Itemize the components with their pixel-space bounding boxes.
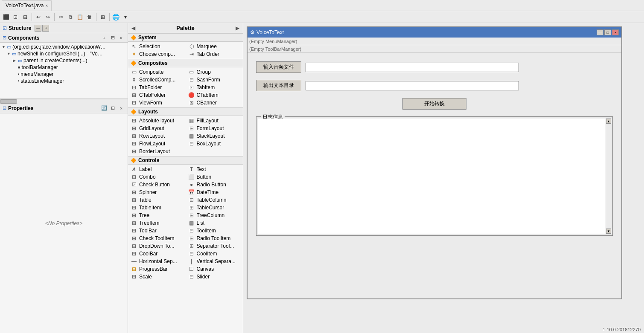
toolbar-btn-delete[interactable]: 🗑: [85, 12, 94, 22]
sim-minimize-btn[interactable]: —: [597, 29, 603, 35]
palette-scroll-area[interactable]: 🔶 System ↖ Selection ⬡ Marquee ✦ Choose …: [128, 33, 243, 333]
palette-nav-right[interactable]: ▶: [236, 25, 239, 31]
palette-item-tablecolumn[interactable]: ⊟ TableColumn: [186, 196, 243, 204]
palette-item-datetime[interactable]: 📅 DateTime: [186, 188, 243, 196]
palette-item-formlayout[interactable]: ⊟ FormLayout: [186, 125, 243, 132]
tree-item-newshell[interactable]: ▼ ▭ newShell in configureShell(...) - "V…: [0, 50, 128, 57]
palette-item-gridlayout[interactable]: ⊞ GridLayout: [128, 125, 186, 132]
palette-item-radio-button[interactable]: ● Radio Button: [186, 181, 243, 188]
palette-item-viewform[interactable]: ⊟ ViewForm: [128, 99, 186, 107]
expand-parent[interactable]: ▶: [13, 58, 18, 63]
palette-item-choose-comp[interactable]: ✦ Choose comp...: [128, 50, 186, 58]
palette-item-tabitem[interactable]: ⊡ TabItem: [186, 84, 243, 91]
globe-icon[interactable]: 🌐: [112, 12, 120, 22]
palette-item-check-toolitem[interactable]: ⊞ Check ToolItem: [128, 235, 186, 242]
palette-item-table[interactable]: ⊞ Table: [128, 196, 186, 204]
properties-close-btn[interactable]: ×: [117, 104, 125, 112]
tree-hscroll[interactable]: [0, 98, 128, 103]
palette-item-coolitem[interactable]: ⊟ CoolItem: [186, 250, 243, 258]
palette-item-text[interactable]: T Text: [186, 165, 243, 173]
palette-item-rowlayout[interactable]: ⊞ RowLayout: [128, 132, 186, 140]
palette-item-selection[interactable]: ↖ Selection: [128, 43, 186, 50]
expand-newshell[interactable]: ▼: [7, 52, 12, 56]
palette-item-v-separator[interactable]: | Vertical Separa...: [186, 258, 243, 265]
palette-section-layouts[interactable]: 🔶 Layouts: [128, 107, 243, 116]
palette-item-combo[interactable]: ⊟ Combo: [128, 173, 186, 181]
toolbar-btn-cut[interactable]: ✂: [57, 12, 65, 22]
palette-item-treecolumn[interactable]: ⊟ TreeColumn: [186, 211, 243, 219]
toolbar-btn-paste[interactable]: 📋: [76, 12, 84, 22]
palette-section-system[interactable]: 🔶 System: [128, 33, 243, 42]
palette-item-separator-toolitem[interactable]: ⊞ Separator Tool...: [186, 242, 243, 250]
toolbar-btn-redo[interactable]: ↪: [44, 12, 52, 22]
toolbar-btn-3[interactable]: ⊟: [20, 12, 29, 22]
palette-nav-left[interactable]: ◀: [131, 25, 135, 31]
sim-btn-convert[interactable]: 开始转换: [402, 98, 466, 110]
sim-close-btn[interactable]: ×: [612, 29, 619, 35]
palette-item-absolute[interactable]: ⊞ Absolute layout: [128, 117, 186, 125]
palette-item-slider[interactable]: ⊟ Slider: [186, 273, 243, 281]
tree-item-parent[interactable]: ▶ ▭ parent in createContents(...): [0, 57, 128, 64]
palette-item-canvas[interactable]: ☐ Canvas: [186, 265, 243, 273]
palette-item-spinner[interactable]: ⊞ Spinner: [128, 188, 186, 196]
palette-item-toolitem[interactable]: ⊟ ToolItem: [186, 227, 243, 235]
toolbar-btn-grid[interactable]: ⊞: [99, 12, 107, 22]
palette-item-group[interactable]: ▭ Group: [186, 68, 243, 76]
palette-item-button[interactable]: ⬜ Button: [186, 173, 243, 181]
expand-root[interactable]: ▼: [2, 45, 7, 49]
palette-item-tableitem[interactable]: ⊞ TableItem: [128, 204, 186, 211]
palette-item-tablecursor[interactable]: ⊞ TableCursor: [186, 204, 243, 211]
palette-item-composite[interactable]: ▭ Composite: [128, 68, 186, 76]
palette-item-coolbar[interactable]: ⊞ CoolBar: [128, 250, 186, 258]
palette-item-sashform[interactable]: ⊟ SashForm: [186, 76, 243, 84]
palette-item-list[interactable]: ▤ List: [186, 219, 243, 227]
components-close-btn[interactable]: ×: [117, 34, 125, 42]
tab-close-icon[interactable]: ×: [45, 3, 48, 8]
palette-item-progressbar[interactable]: ⊟ ProgressBar: [128, 265, 186, 273]
sim-scroll-up-btn[interactable]: ▲: [606, 119, 611, 124]
tree-item-root[interactable]: ▼ ▭ (org.eclipse.jface.window.Applicatio…: [0, 43, 128, 50]
palette-item-marquee[interactable]: ⬡ Marquee: [186, 43, 243, 50]
palette-item-treeitem[interactable]: ⊞ TreeItem: [128, 219, 186, 227]
toolbar-btn-undo[interactable]: ↩: [34, 12, 43, 22]
structure-expand-btn[interactable]: —: [35, 25, 41, 32]
toolbar-btn-dropdown[interactable]: ▾: [121, 12, 130, 22]
palette-item-scale[interactable]: ⊞ Scale: [128, 273, 186, 281]
palette-item-check-button[interactable]: ☑ Check Button: [128, 181, 186, 188]
toolbar-btn-copy[interactable]: ⧉: [66, 12, 75, 22]
palette-item-boxlayout[interactable]: ⊟ BoxLayout: [186, 140, 243, 148]
palette-section-controls[interactable]: 🔶 Controls: [128, 156, 243, 165]
palette-item-label[interactable]: A Label: [128, 165, 186, 173]
palette-item-dropdown-toolitem[interactable]: ⊟ DropDown To...: [128, 242, 186, 250]
palette-item-tabfolder[interactable]: ⊡ TabFolder: [128, 84, 186, 91]
palette-item-filllayout[interactable]: ▦ FillLayout: [186, 117, 243, 125]
tree-item-menu[interactable]: • menuManager: [0, 71, 128, 78]
sim-log-scrollbar[interactable]: ▲ ▼: [606, 119, 611, 234]
palette-item-radio-toolitem[interactable]: ⊟ Radio ToolItem: [186, 235, 243, 242]
palette-item-ctabitem[interactable]: 🔴 CTabItem: [186, 91, 243, 99]
properties-layout-btn[interactable]: ⊞: [109, 104, 117, 112]
palette-item-toolbar[interactable]: ⊞ ToolBar: [128, 227, 186, 235]
toolbar-btn-2[interactable]: ⊡: [11, 12, 20, 22]
components-layout-btn[interactable]: ⊞: [109, 34, 117, 42]
palette-item-tab-order[interactable]: ⇥ Tab Order: [186, 50, 243, 58]
palette-item-h-separator[interactable]: — Horizontal Sep...: [128, 258, 186, 265]
sim-input-output[interactable]: [306, 81, 519, 90]
file-tab[interactable]: VoiceToText.java ×: [2, 0, 52, 11]
sim-input-audio[interactable]: [306, 63, 519, 72]
sim-btn-input[interactable]: 输入音频文件: [256, 61, 301, 73]
palette-item-borderlayout[interactable]: ⊞ BorderLayout: [128, 148, 243, 155]
palette-item-flowlayout[interactable]: ⊞ FlowLayout: [128, 140, 186, 148]
palette-item-tree[interactable]: ⊞ Tree: [128, 211, 186, 219]
sim-btn-output[interactable]: 输出文本目录: [256, 80, 301, 91]
sim-scroll-down-btn[interactable]: ▼: [606, 229, 611, 234]
tree-item-status[interactable]: • statusLineManager: [0, 78, 128, 84]
palette-section-composites[interactable]: 🔶 Composites: [128, 59, 243, 67]
sim-maximize-btn[interactable]: □: [604, 29, 611, 35]
properties-refresh-btn[interactable]: 🔄: [100, 104, 108, 112]
palette-item-stacklayout[interactable]: ▤ StackLayout: [186, 132, 243, 140]
tree-item-toolbar[interactable]: ■ toolBarManager: [0, 64, 128, 71]
palette-item-cbanner[interactable]: ⊠ CBanner: [186, 99, 243, 107]
palette-item-ctabfolder[interactable]: ⊞ CTabFolder: [128, 91, 186, 99]
toolbar-btn-1[interactable]: ⬛: [2, 12, 10, 22]
